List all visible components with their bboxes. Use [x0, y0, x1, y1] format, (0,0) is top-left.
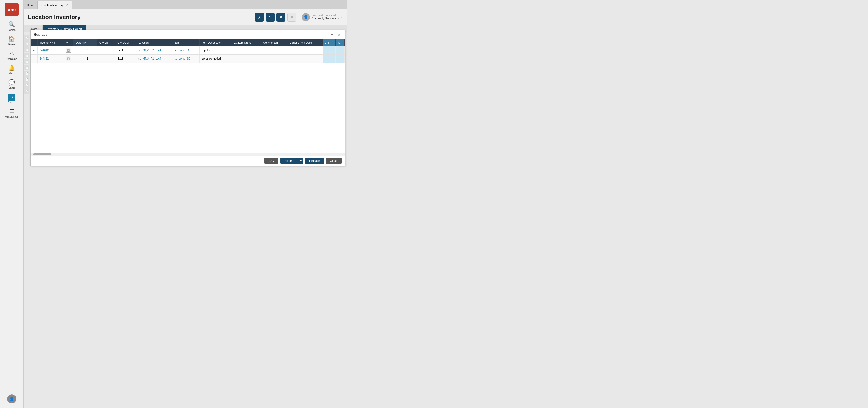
actions-dropdown-icon: ▾ — [300, 159, 302, 163]
close-page-button[interactable]: ✕ — [276, 13, 285, 22]
row2-copy-button[interactable]: 📋 — [66, 56, 71, 61]
actions-button-group: Actions ▾ — [280, 158, 303, 164]
dialog-close-button[interactable]: ✕ — [336, 32, 342, 37]
minimize-icon: − — [331, 33, 333, 37]
bell-icon: 🔔 — [8, 65, 15, 71]
col-header-lpn: LPN — [322, 39, 336, 46]
close-label: Close — [330, 159, 338, 163]
row1-qty-uom: Each — [115, 46, 136, 55]
left-panel-item[interactable]: 📄 — [24, 65, 29, 70]
user-dropdown-arrow[interactable]: ▾ — [341, 16, 343, 19]
user-section: 👤 username1 · username2 Assembly Supervi… — [302, 13, 343, 21]
edit-icon: ✏ — [66, 41, 68, 45]
app-logo[interactable]: one — [5, 3, 19, 16]
favorite-button[interactable]: ★ — [255, 13, 264, 22]
col-header-ext-item-name: Ext Item Name — [231, 39, 261, 46]
close-button[interactable]: Close — [326, 158, 342, 164]
tab-close-icon[interactable]: ✕ — [65, 3, 68, 7]
left-panel-item[interactable]: 📄 — [24, 82, 29, 88]
sidebar-item-search[interactable]: 🔍 Search — [0, 19, 23, 33]
replace-dialog: Replace − ✕ I — [30, 30, 345, 166]
tab-location-inventory-label: Location Inventory — [41, 4, 64, 7]
row1-location[interactable]: sp_MfgA_P2_Loc4 — [136, 46, 172, 55]
replace-label: Replace — [309, 159, 320, 163]
scroll-thumb[interactable] — [33, 153, 51, 155]
refresh-button[interactable]: ↻ — [266, 13, 275, 22]
row2-quantity[interactable] — [73, 55, 97, 63]
row2-location[interactable]: sp_MfgA_P2_Loc4 — [136, 55, 172, 63]
row1-inventory-no[interactable]: 244812 — [37, 46, 64, 55]
col-header-qty-diff: Qty Diff — [97, 39, 115, 46]
row1-quantity[interactable] — [73, 46, 97, 55]
left-panel-item[interactable]: 📄 — [24, 47, 29, 53]
actions-dropdown-button[interactable]: ▾ — [298, 159, 303, 163]
sidebar-item-alerts[interactable]: 🔔 Alerts — [0, 62, 23, 77]
table-container[interactable]: Inventory No ✏ Quantity Qty Diff — [31, 39, 345, 152]
col-header-inventory-no: Inventory No — [37, 39, 64, 46]
sidebar-item-switch[interactable]: ⇄ Switch — [0, 91, 23, 106]
row1-qty-input[interactable] — [76, 48, 89, 52]
row1-copy[interactable]: 📋 — [64, 46, 73, 55]
row2-qty-input[interactable] — [76, 57, 89, 61]
dialog-footer: CSV Actions ▾ Replace Close — [31, 156, 345, 166]
row1-copy-button[interactable]: 📋 — [66, 48, 71, 53]
dialog-title: Replace — [34, 33, 48, 37]
chat-icon: 💬 — [8, 79, 15, 86]
row1-item-desc: regular — [199, 46, 231, 55]
tab-bar: Home Location Inventory ✕ — [24, 0, 347, 9]
sidebar-item-menus[interactable]: ☰ Menus/Favs — [0, 106, 23, 120]
row1-ext-item-name — [231, 46, 261, 55]
replace-button[interactable]: Replace — [305, 158, 324, 164]
row2-copy[interactable]: 📋 — [64, 55, 73, 63]
sidebar-item-home[interactable]: 🏠 Home — [0, 33, 23, 48]
sidebar-item-home-label: Home — [8, 43, 15, 46]
left-panel-item[interactable]: 📄 — [24, 35, 29, 41]
row2-expand — [31, 55, 37, 63]
user-name-line1: username1 · username2 — [312, 14, 339, 17]
main-area: Home Location Inventory ✕ Location Inven… — [24, 0, 347, 168]
sidebar-item-chats[interactable]: 💬 Chats — [0, 77, 23, 91]
row2-item[interactable]: sp_comp_SC — [172, 55, 199, 63]
row1-item[interactable]: sp_comp_R — [172, 46, 199, 55]
table-row: 244812 📋 Each sp_MfgA_P2_Loc4 — [31, 55, 345, 63]
tab-home-label: Home — [27, 4, 34, 7]
refresh-icon: ↻ — [268, 15, 272, 20]
left-panel-item[interactable]: 📄 — [24, 59, 29, 64]
menu-button[interactable]: ≡ — [287, 13, 296, 22]
user-avatar: 👤 — [302, 13, 310, 21]
col-header-expand — [31, 39, 37, 46]
dialog-header: Replace − ✕ — [31, 30, 345, 39]
user-info: username1 · username2 Assembly Superviso… — [312, 14, 339, 20]
sidebar-item-problems[interactable]: ⚠ Problems — [0, 48, 23, 62]
row2-qty2 — [336, 55, 345, 63]
tab-location-inventory[interactable]: Location Inventory ✕ — [38, 1, 72, 9]
left-panel-item[interactable]: 📄 — [24, 53, 29, 58]
row1-generic-item-desc — [287, 46, 322, 55]
sidebar-item-search-label: Search — [8, 29, 16, 31]
col-header-qty-uom: Qty UOM — [115, 39, 136, 46]
left-panel-item[interactable]: 📄 — [24, 41, 29, 47]
dialog-minimize-button[interactable]: − — [329, 32, 334, 37]
dialog-controls: − ✕ — [329, 32, 342, 37]
left-panel-item[interactable]: 📄 — [24, 88, 29, 94]
left-panel-item[interactable]: 📄 — [24, 77, 29, 82]
sidebar-item-alerts-label: Alerts — [8, 72, 15, 75]
sidebar: one 🔍 Search 🏠 Home ⚠ Problems 🔔 Alerts … — [0, 0, 24, 168]
csv-button[interactable]: CSV — [265, 158, 279, 164]
sidebar-item-switch-label: Switch — [8, 101, 15, 104]
row2-inventory-no[interactable]: 244812 — [37, 55, 64, 63]
row1-expand[interactable]: ● — [31, 46, 37, 55]
horizontal-scrollbar[interactable] — [31, 152, 345, 156]
menu-icon: ☰ — [9, 108, 14, 115]
row2-ext-item-name — [231, 55, 261, 63]
left-panel-item[interactable]: 📄 — [24, 70, 29, 76]
actions-button[interactable]: Actions — [280, 158, 298, 164]
row2-qty-diff — [97, 55, 115, 63]
search-icon: 🔍 — [8, 21, 15, 28]
row1-lpn — [322, 46, 336, 55]
page-header: Location Inventory ★ ↻ ✕ ≡ 👤 username1 ·… — [24, 9, 347, 25]
header-actions: ★ ↻ ✕ ≡ 👤 username1 · username2 Assembly… — [255, 13, 343, 22]
tab-home[interactable]: Home — [24, 1, 37, 9]
col-header-copy: ✏ — [64, 39, 73, 46]
row1-qty2 — [336, 46, 345, 55]
